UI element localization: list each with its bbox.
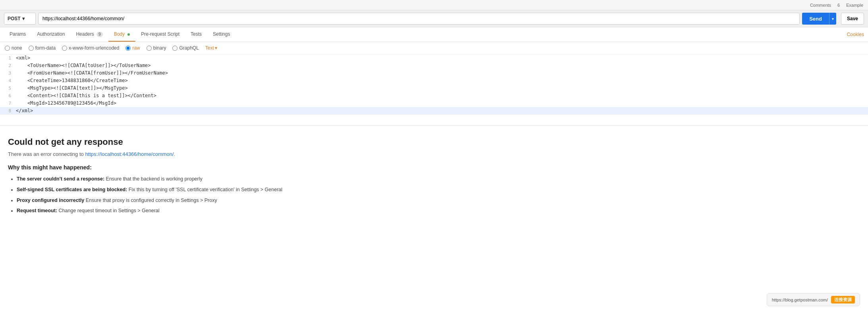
- comments-label: Comments: [810, 3, 831, 8]
- tab-pre-request-script[interactable]: Pre-request Script: [135, 27, 185, 42]
- method-label: POST: [8, 16, 21, 21]
- body-type-binary[interactable]: binary: [147, 45, 166, 51]
- error-url-link[interactable]: https://localhost:44366/home/common/.: [85, 151, 175, 157]
- code-line-5: 5 <MsgType><![CDATA[text]]></MsgType>: [0, 84, 868, 92]
- line-num: 3: [0, 69, 14, 77]
- tab-params[interactable]: Params: [4, 27, 31, 42]
- why-list-item: Request timeout: Change request timeout …: [17, 207, 860, 215]
- method-chevron: ▾: [22, 16, 25, 21]
- line-num: 2: [0, 62, 14, 69]
- code-editor[interactable]: 1<xml>2 <ToUserName><![CDATA[toUser]]></…: [0, 54, 868, 126]
- line-content: <FromUserName><![CDATA[fromUser]]></From…: [14, 69, 868, 77]
- body-type-row: none form-data x-www-form-urlencoded raw…: [0, 42, 868, 54]
- example-label: Example: [846, 3, 863, 8]
- line-content: <xml>: [14, 54, 868, 61]
- why-heading: Why this might have happened:: [8, 164, 860, 171]
- body-type-raw[interactable]: raw: [125, 45, 140, 51]
- why-list: The server couldn't send a response: Ens…: [8, 175, 860, 215]
- line-num: 1: [0, 54, 14, 62]
- why-list-item: Self-signed SSL certificates are being b…: [17, 186, 860, 194]
- code-line-3: 3 <FromUserName><![CDATA[fromUser]]></Fr…: [0, 69, 868, 77]
- response-section: Could not get any response There was an …: [0, 126, 868, 226]
- code-line-6: 6 <Content><![CDATA[this is a test]]></C…: [0, 92, 868, 100]
- text-format-button[interactable]: Text ▾: [205, 45, 217, 51]
- tabs-row: Params Authorization Headers 9 Body Pre-…: [0, 27, 868, 42]
- line-content: <MsgId>123456789@123456</MsgId>: [14, 100, 868, 107]
- line-content: </xml>: [14, 107, 868, 114]
- top-bar: Comments 6 Example: [0, 0, 868, 10]
- body-type-urlencoded[interactable]: x-www-form-urlencoded: [62, 45, 119, 51]
- line-content: <Content><![CDATA[this is a test]]></Con…: [14, 92, 868, 99]
- headers-badge: 9: [96, 32, 103, 37]
- tab-tests[interactable]: Tests: [185, 27, 207, 42]
- url-bar: POST ▾ Send ▾ Save: [0, 10, 868, 27]
- why-list-item: The server couldn't send a response: Ens…: [17, 175, 860, 183]
- response-subtitle: There was an error connecting to https:/…: [8, 151, 860, 157]
- code-line-1: 1<xml>: [0, 54, 868, 62]
- body-type-none[interactable]: none: [5, 45, 22, 51]
- url-input[interactable]: [38, 13, 800, 25]
- save-button[interactable]: Save: [841, 13, 864, 25]
- line-content: <CreateTime>1348831860</CreateTime>: [14, 77, 868, 84]
- tab-settings[interactable]: Settings: [207, 27, 235, 42]
- send-dropdown-button[interactable]: ▾: [829, 13, 836, 25]
- send-button[interactable]: Send: [802, 13, 829, 25]
- line-num: 4: [0, 77, 14, 84]
- line-num: 5: [0, 84, 14, 92]
- line-num: 8: [0, 107, 14, 115]
- line-content: <MsgType><![CDATA[text]]></MsgType>: [14, 84, 868, 92]
- body-type-form-data[interactable]: form-data: [29, 45, 56, 51]
- comments-count: 6: [837, 3, 840, 8]
- code-line-2: 2 <ToUserName><![CDATA[toUser]]></ToUser…: [0, 62, 868, 69]
- method-select[interactable]: POST ▾: [4, 13, 36, 25]
- response-title: Could not get any response: [8, 137, 860, 147]
- send-btn-group: Send ▾: [802, 13, 836, 25]
- tab-body[interactable]: Body: [108, 27, 136, 42]
- tab-authorization[interactable]: Authorization: [31, 27, 70, 42]
- cookies-link[interactable]: Cookies: [847, 28, 864, 41]
- body-type-graphql[interactable]: GraphQL: [172, 45, 199, 51]
- tab-headers[interactable]: Headers 9: [70, 27, 108, 42]
- code-line-8: 8</xml>: [0, 107, 868, 115]
- top-bar-right: Comments 6 Example: [810, 3, 863, 8]
- line-num: 6: [0, 92, 14, 100]
- line-content: <ToUserName><![CDATA[toUser]]></ToUserNa…: [14, 62, 868, 69]
- why-list-item: Proxy configured incorrectly Ensure that…: [17, 197, 860, 204]
- code-line-7: 7 <MsgId>123456789@123456</MsgId>: [0, 100, 868, 107]
- code-line-4: 4 <CreateTime>1348831860</CreateTime>: [0, 77, 868, 84]
- body-dot: [127, 33, 130, 36]
- text-chevron-icon: ▾: [215, 45, 217, 51]
- line-num: 7: [0, 100, 14, 107]
